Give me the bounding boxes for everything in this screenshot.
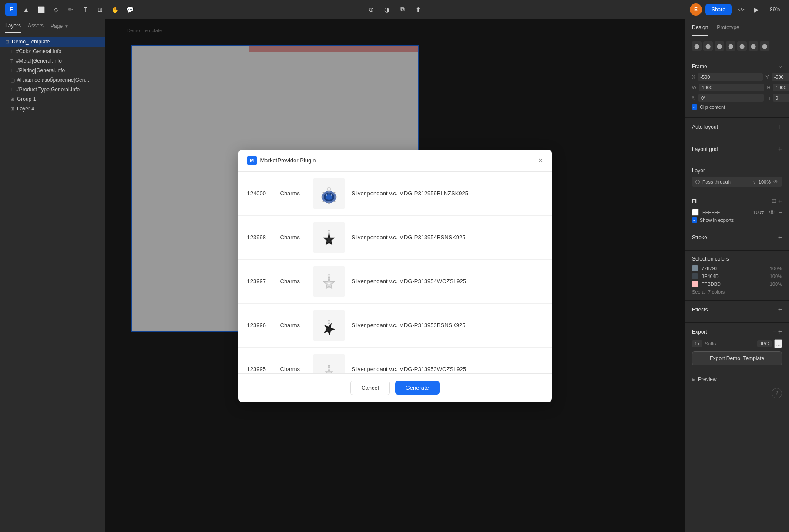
export-more-btn[interactable]: … — [774, 339, 782, 348]
h-input[interactable] — [773, 84, 789, 91]
svg-point-9 — [328, 202, 330, 204]
component-tool-btn[interactable]: ⊞ — [94, 3, 106, 16]
center-component-btn[interactable]: ⧉ — [396, 3, 409, 16]
layer-item-demo-template[interactable]: ⊞ Demo_Template — [0, 37, 105, 47]
w-input[interactable] — [699, 84, 764, 91]
show-exports-checkbox[interactable]: ✓ — [692, 217, 697, 223]
export-section-title: Export — [692, 329, 707, 335]
layer-item-layer4[interactable]: ⊞ Layer 4 — [0, 104, 105, 114]
align-center-v-btn[interactable]: ⬤ — [737, 41, 747, 51]
product-row-4[interactable]: 123995 Charms — [238, 348, 552, 373]
export-minus-btn[interactable]: − — [772, 328, 776, 336]
fill-section-title: Fill — [692, 198, 698, 204]
tab-design[interactable]: Design — [692, 19, 708, 36]
layer-label-image: #Главное изображение|Gen... — [17, 77, 89, 83]
layer-visibility-btn[interactable]: 👁 — [773, 179, 779, 185]
center-grid-btn[interactable]: ⊕ — [365, 3, 377, 16]
hand-tool-btn[interactable]: ✋ — [109, 3, 121, 16]
layer-icon-text-0: T — [10, 49, 13, 54]
user-avatar-btn[interactable]: E — [690, 3, 702, 16]
tab-page[interactable]: Page ▼ — [50, 23, 69, 33]
tab-assets[interactable]: Assets — [28, 23, 44, 33]
comment-tool-btn[interactable]: 💬 — [124, 3, 136, 16]
export-format-label: JPG — [757, 340, 772, 347]
help-button[interactable]: ? — [772, 388, 782, 398]
pen-tool-btn[interactable]: ✏ — [64, 3, 77, 16]
layout-grid-add-btn[interactable]: + — [778, 145, 782, 153]
stroke-add-btn[interactable]: + — [778, 234, 782, 241]
align-center-h-btn[interactable]: ⬤ — [703, 41, 713, 51]
zoom-level[interactable]: 89% — [766, 5, 784, 14]
auto-layout-add-btn[interactable]: + — [778, 123, 782, 131]
corner-input[interactable] — [773, 94, 789, 102]
product-row-1[interactable]: 123998 Charms — [238, 216, 552, 260]
present-btn[interactable]: ▶ — [751, 3, 763, 16]
sel-swatch-0[interactable] — [692, 265, 698, 271]
product-row-3[interactable]: 123996 Charms — [238, 304, 552, 348]
align-left-btn[interactable]: ⬤ — [692, 41, 702, 51]
alignment-section: ⬤ ⬤ ⬤ ⬤ ⬤ ⬤ ⬤ — [685, 36, 789, 58]
generate-button[interactable]: Generate — [395, 381, 440, 395]
shape-tool-btn[interactable]: ◇ — [50, 3, 62, 16]
auto-layout-title: Auto layout — [692, 124, 718, 130]
tab-prototype[interactable]: Prototype — [717, 19, 739, 36]
move-tool-btn[interactable]: ▲ — [20, 3, 32, 16]
product-row-2[interactable]: 123997 Charms — [238, 260, 552, 304]
svg-point-11 — [334, 192, 335, 193]
center-contrast-btn[interactable]: ◑ — [381, 3, 393, 16]
fill-color-swatch[interactable] — [692, 209, 699, 216]
align-top-btn[interactable]: ⬤ — [726, 41, 735, 51]
sel-swatch-1[interactable] — [692, 273, 698, 279]
h-label: H — [767, 85, 770, 90]
fill-visibility-btn[interactable]: 👁 — [769, 209, 775, 216]
layer-label-color: #Color|General.Info — [16, 48, 62, 54]
rotation-input[interactable] — [698, 94, 764, 102]
preview-row[interactable]: ▶ Preview — [692, 376, 782, 382]
frame-tool-btn[interactable]: ⬜ — [35, 3, 47, 16]
text-tool-btn[interactable]: T — [79, 3, 91, 16]
effects-add-btn[interactable]: + — [778, 306, 782, 314]
y-input[interactable] — [772, 73, 789, 81]
right-panel-tabs: Design Prototype — [685, 19, 789, 36]
layer-item-plating-general[interactable]: T #Plating|General.Info — [0, 66, 105, 75]
x-label: X — [692, 74, 695, 80]
see-all-colors-link[interactable]: See all 7 colors — [692, 289, 725, 294]
distribute-h-btn[interactable]: ⬤ — [760, 41, 769, 51]
effects-section: Effects + — [685, 301, 789, 323]
layer-icon-text-2: T — [10, 68, 13, 73]
tab-layers[interactable]: Layers — [5, 23, 21, 33]
toolbar-left: F ▲ ⬜ ◇ ✏ T ⊞ ✋ 💬 — [5, 3, 136, 16]
layer-item-color-general[interactable]: T #Color|General.Info — [0, 47, 105, 56]
x-input[interactable] — [698, 73, 763, 81]
export-demo-template-btn[interactable]: Export Demo_Template — [692, 351, 782, 365]
figma-logo-btn[interactable]: F — [5, 3, 17, 16]
center-publish-btn[interactable]: ⬆ — [412, 3, 424, 16]
preview-chevron-icon: ▶ — [692, 377, 695, 382]
layer-item-metal-general[interactable]: T #Metal|General.Info — [0, 56, 105, 66]
layer-item-image-general[interactable]: ▢ #Главное изображение|Gen... — [0, 75, 105, 85]
cancel-button[interactable]: Cancel — [350, 381, 389, 395]
export-add-btn[interactable]: + — [778, 328, 782, 336]
svg-point-12 — [322, 201, 324, 202]
svg-point-22 — [328, 283, 330, 284]
canvas-area[interactable]: Demo_Template 1000 × 1000 M MarketProvid… — [105, 19, 685, 532]
fill-add-btn[interactable]: + — [778, 197, 782, 205]
layer-label-metal: #Metal|General.Info — [16, 58, 62, 64]
export-section: Export − + 1x Suffix JPG … Export Demo_T… — [685, 323, 789, 371]
sel-color-row-0: 778793 100% — [692, 265, 782, 271]
product-image-2 — [313, 266, 345, 297]
layer-item-product-type[interactable]: T #Product Type|General.Info — [0, 85, 105, 94]
export-scale-label: 1x — [692, 340, 702, 347]
tab-page-label: Page — [50, 23, 63, 29]
fill-remove-btn[interactable]: − — [779, 209, 782, 216]
align-right-btn[interactable]: ⬤ — [715, 41, 724, 51]
share-button[interactable]: Share — [705, 4, 732, 15]
code-view-btn[interactable]: </> — [735, 3, 747, 16]
layer-item-group-1[interactable]: ⊞ Group 1 — [0, 94, 105, 104]
sel-swatch-2[interactable] — [692, 281, 698, 287]
align-bottom-btn[interactable]: ⬤ — [749, 41, 758, 51]
product-row-0[interactable]: 124000 Charms — [238, 172, 552, 216]
modal-close-button[interactable]: × — [538, 157, 543, 164]
frame-chevron-icon: ∨ — [779, 64, 782, 69]
clip-content-checkbox[interactable]: ✓ — [692, 104, 697, 110]
